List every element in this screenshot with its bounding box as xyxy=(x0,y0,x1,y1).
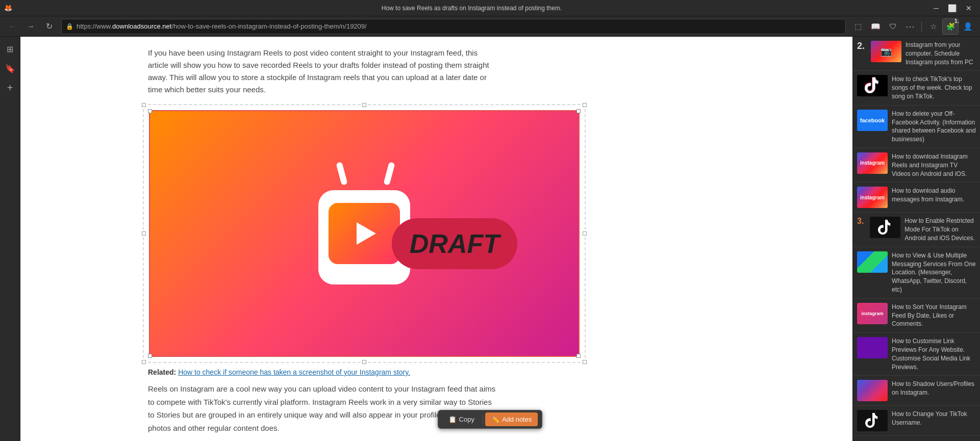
related-title: How to Sort Your Instagram Feed By Date,… xyxy=(892,303,976,328)
related-thumb xyxy=(857,337,888,358)
tiktok3-svg xyxy=(865,412,880,429)
handle-tl-outer[interactable] xyxy=(142,103,146,107)
minimize-button[interactable]: ─ xyxy=(929,1,943,15)
related-item[interactable]: instagram How to Sort Your Instagram Fee… xyxy=(853,299,980,333)
main-layout: ⊞ 🔖 + If you have been using Instagram R… xyxy=(0,37,980,441)
thumb-tiktok2 xyxy=(870,217,900,238)
related-thumb xyxy=(857,380,888,401)
maximize-button[interactable]: ⬜ xyxy=(945,1,960,15)
related-item[interactable]: How to Customise Link Previews For Any W… xyxy=(853,333,980,376)
draft-image: DRAFT xyxy=(150,111,579,356)
handle-br-inner[interactable] xyxy=(576,354,581,358)
thumb-pink: instagram xyxy=(857,303,888,324)
nav-right-icons: ⬚ 📖 🛡 ⋯ ☆ 🧩 1. 👤 xyxy=(850,18,976,35)
handle-tm-outer[interactable] xyxy=(362,103,366,107)
notes-icon: ✏️ xyxy=(491,416,499,423)
lock-icon: 🔒 xyxy=(66,23,73,30)
bookmark-button[interactable]: ☆ xyxy=(925,18,941,35)
screen-capture-button[interactable]: ⬚ xyxy=(850,18,866,35)
close-button[interactable]: ✕ xyxy=(962,1,976,15)
related-thumb: instagram xyxy=(857,152,888,174)
forward-button[interactable]: → xyxy=(22,18,39,35)
related-thumb: 📷 xyxy=(871,41,901,62)
separator xyxy=(921,21,922,32)
sidebar-bookmarks-button[interactable]: 🔖 xyxy=(2,60,18,76)
thumb-multi xyxy=(857,251,888,273)
add-notes-button[interactable]: ✏️ Add notes xyxy=(485,412,538,426)
handle-mr-outer[interactable] xyxy=(583,231,587,236)
thumb-instagram: 📷 xyxy=(871,41,901,62)
related-item[interactable]: 2. 📷 Instagram from your computer. Sched… xyxy=(853,37,980,71)
title-bar-center: How to save Reels as drafts on Instagram… xyxy=(382,5,562,12)
url-path: /how-to-save-reels-on-instagram-instead-… xyxy=(171,22,366,30)
related-thumb xyxy=(870,217,900,238)
content-area: If you have been using Instagram Reels t… xyxy=(20,37,852,441)
related-thumb xyxy=(857,251,888,273)
extension-icon: 🧩 xyxy=(946,22,955,31)
sidebar-home-button[interactable]: ⊞ xyxy=(2,41,18,57)
item-number-3: 3. xyxy=(857,217,864,226)
image-selection-inner: DRAFT xyxy=(149,110,580,357)
related-item[interactable]: 3. How to Enable Restricted Mode For Tik… xyxy=(853,213,980,247)
related-thumb xyxy=(857,75,888,96)
copy-button[interactable]: 📋 Copy xyxy=(442,412,481,426)
handle-tl-inner[interactable] xyxy=(148,109,152,113)
insta-label2: instagram xyxy=(860,195,885,200)
related-item[interactable]: facebook How to delete your Off-Facebook… xyxy=(853,106,980,148)
related-thumb: facebook xyxy=(857,110,888,131)
sidebar-left: ⊞ 🔖 + xyxy=(0,37,20,441)
sidebar-add-button[interactable]: + xyxy=(2,80,18,96)
shield-icon-button[interactable]: 🛡 xyxy=(885,18,901,35)
image-wrapper: DRAFT xyxy=(143,104,500,363)
play-icon xyxy=(357,222,376,245)
related-title: How to View & Use Multiple Messaging Ser… xyxy=(892,251,976,294)
related-item[interactable]: instagram How to download audio messages… xyxy=(853,183,980,213)
related-title: How to Change Your TikTok Username. xyxy=(892,410,976,427)
thumb-insta2: instagram xyxy=(857,152,888,174)
window-title: How to save Reels as drafts on Instagram… xyxy=(382,5,562,12)
favicon: 🦊 xyxy=(4,4,12,12)
related-item[interactable]: How to View & Use Multiple Messaging Ser… xyxy=(853,247,980,299)
related-title: How to Enable Restricted Mode For TikTok… xyxy=(904,217,976,242)
add-notes-label: Add notes xyxy=(502,416,532,423)
reload-button[interactable]: ↻ xyxy=(41,18,57,35)
tv-screen xyxy=(329,203,400,264)
user-account-button[interactable]: 👤 xyxy=(960,18,976,35)
handle-bl-inner[interactable] xyxy=(148,354,152,358)
related-label: Related: xyxy=(148,368,176,376)
tv-line xyxy=(344,270,385,272)
bottom-toolbar: 📋 Copy ✏️ Add notes xyxy=(438,410,543,429)
title-bar-buttons: ─ ⬜ ✕ xyxy=(929,1,976,15)
related-title: How to delete your Off-Facebook Activity… xyxy=(892,110,976,144)
thumb-facebook: facebook xyxy=(857,110,888,131)
related-title: How to download audio messages from Inst… xyxy=(892,187,976,204)
item-number: 2. xyxy=(857,41,865,51)
tiktok2-svg xyxy=(878,219,892,236)
address-bar[interactable]: 🔒 https://www.downloadsource.net/how-to-… xyxy=(61,19,846,34)
antenna-left xyxy=(336,162,347,186)
copy-label: Copy xyxy=(459,416,474,423)
title-bar: 🦊 How to save Reels as drafts on Instagr… xyxy=(0,0,980,16)
related-item[interactable]: How to check TikTok's top songs of the w… xyxy=(853,71,980,105)
extensions-button[interactable]: 🧩 1. xyxy=(942,18,959,35)
zigzag-svg xyxy=(344,270,385,278)
related-item[interactable]: instagram How to download Instagram Reel… xyxy=(853,148,980,183)
article-content: If you have been using Instagram Reels t… xyxy=(20,37,582,441)
related-item[interactable]: How to Change Your TikTok Username. xyxy=(853,406,980,436)
handle-tr-inner[interactable] xyxy=(576,109,581,113)
handle-bl-outer[interactable] xyxy=(142,360,146,364)
handle-br-outer[interactable] xyxy=(583,360,587,364)
related-article-link[interactable]: How to check if someone has taken a scre… xyxy=(178,368,410,376)
handle-ml-outer[interactable] xyxy=(142,231,146,236)
thumb-tiktok3 xyxy=(857,410,888,431)
extension-badge: 1. xyxy=(954,18,959,24)
reader-view-button[interactable]: 📖 xyxy=(867,18,884,35)
handle-bm-outer[interactable] xyxy=(362,360,366,364)
more-tools-button[interactable]: ⋯ xyxy=(902,18,918,35)
sidebar-right: 2. 📷 Instagram from your computer. Sched… xyxy=(852,37,980,441)
related-item[interactable]: How to Shadow Users/Profiles on Instagra… xyxy=(853,376,980,406)
back-button[interactable]: ← xyxy=(4,18,20,35)
selection-outer: DRAFT xyxy=(143,104,586,363)
tiktok-svg xyxy=(865,77,880,94)
handle-tr-outer[interactable] xyxy=(583,103,587,107)
